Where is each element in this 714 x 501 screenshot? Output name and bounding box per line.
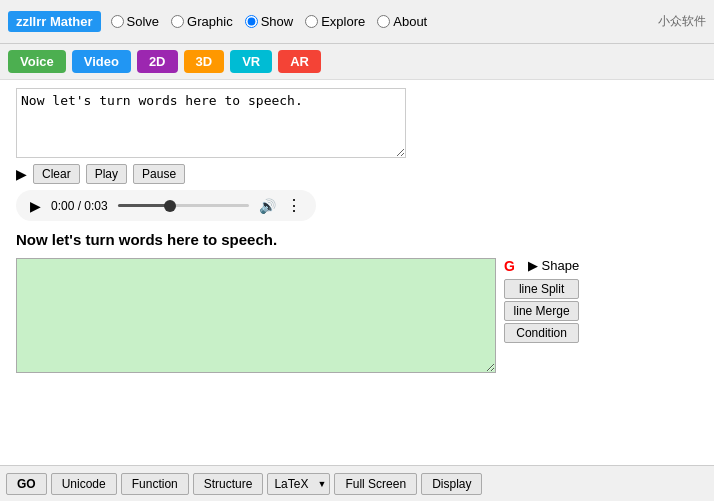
- nav-radio-about[interactable]: [377, 15, 390, 28]
- audio-player: ▶ 0:00 / 0:03 🔊 ⋮: [16, 190, 316, 221]
- latex-select[interactable]: LaTeX: [267, 473, 330, 495]
- shape-label: ▶ Shape: [524, 258, 579, 273]
- condition-button[interactable]: Condition: [504, 323, 579, 343]
- play-arrow-icon[interactable]: ▶: [16, 166, 27, 182]
- audio-time: 0:00 / 0:03: [51, 199, 108, 213]
- clear-button[interactable]: Clear: [33, 164, 80, 184]
- latex-select-wrapper[interactable]: LaTeX: [267, 473, 330, 495]
- line-split-button[interactable]: line Split: [504, 279, 579, 299]
- 3d-button[interactable]: 3D: [184, 50, 225, 73]
- bottom-section: G ▶ Shape line Split line Merge Conditio…: [16, 258, 698, 373]
- nav-item-show[interactable]: Show: [245, 14, 294, 29]
- speech-textarea[interactable]: [16, 88, 406, 158]
- video-button[interactable]: Video: [72, 50, 131, 73]
- page: zzlIrr Mather Solve Graphic Show Explore…: [0, 0, 714, 501]
- function-button[interactable]: Function: [121, 473, 189, 495]
- nav-radio-graphic[interactable]: [171, 15, 184, 28]
- fullscreen-button[interactable]: Full Screen: [334, 473, 417, 495]
- nav-radio-group: Solve Graphic Show Explore About: [111, 14, 428, 29]
- play-button[interactable]: Play: [86, 164, 127, 184]
- audio-volume-icon[interactable]: 🔊: [259, 198, 276, 214]
- right-panel: G ▶ Shape line Split line Merge Conditio…: [504, 258, 579, 373]
- nav-label-explore: Explore: [321, 14, 365, 29]
- voice-button[interactable]: Voice: [8, 50, 66, 73]
- chinese-label: 小众软件: [658, 13, 706, 30]
- shape-label-text: ▶ Shape: [528, 258, 579, 273]
- audio-more-icon[interactable]: ⋮: [286, 196, 302, 215]
- content-wrapper: ▶ Clear Play Pause ▶ 0:00 / 0:03 🔊 ⋮ Now…: [0, 80, 714, 417]
- top-bar: zzlIrr Mather Solve Graphic Show Explore…: [0, 0, 714, 44]
- vr-button[interactable]: VR: [230, 50, 272, 73]
- audio-progress-fill: [118, 204, 171, 207]
- ar-button[interactable]: AR: [278, 50, 321, 73]
- nav-label-about: About: [393, 14, 427, 29]
- structure-button[interactable]: Structure: [193, 473, 264, 495]
- nav-item-graphic[interactable]: Graphic: [171, 14, 233, 29]
- app-title: zzlIrr Mather: [8, 11, 101, 32]
- main-content: ▶ Clear Play Pause ▶ 0:00 / 0:03 🔊 ⋮ Now…: [8, 80, 706, 381]
- go-button[interactable]: GO: [6, 473, 47, 495]
- bottom-toolbar: GO Unicode Function Structure LaTeX Full…: [0, 465, 714, 501]
- unicode-button[interactable]: Unicode: [51, 473, 117, 495]
- nav-label-show: Show: [261, 14, 294, 29]
- nav-item-explore[interactable]: Explore: [305, 14, 365, 29]
- speech-display: Now let's turn words here to speech.: [16, 231, 698, 248]
- mode-bar: Voice Video 2D 3D VR AR: [0, 44, 714, 80]
- nav-item-solve[interactable]: Solve: [111, 14, 160, 29]
- 2d-button[interactable]: 2D: [137, 50, 178, 73]
- line-merge-button[interactable]: line Merge: [504, 301, 579, 321]
- nav-radio-show[interactable]: [245, 15, 258, 28]
- nav-item-about[interactable]: About: [377, 14, 427, 29]
- green-canvas-area[interactable]: [16, 258, 496, 373]
- nav-radio-solve[interactable]: [111, 15, 124, 28]
- nav-label-solve: Solve: [127, 14, 160, 29]
- display-button[interactable]: Display: [421, 473, 482, 495]
- nav-radio-explore[interactable]: [305, 15, 318, 28]
- audio-thumb: [164, 200, 176, 212]
- audio-play-button[interactable]: ▶: [30, 198, 41, 214]
- nav-label-graphic: Graphic: [187, 14, 233, 29]
- pause-button[interactable]: Pause: [133, 164, 185, 184]
- controls-row: ▶ Clear Play Pause: [16, 164, 698, 184]
- side-buttons: line Split line Merge Condition: [504, 279, 579, 343]
- g-icon[interactable]: G: [504, 258, 515, 274]
- audio-progress-bar[interactable]: [118, 204, 249, 207]
